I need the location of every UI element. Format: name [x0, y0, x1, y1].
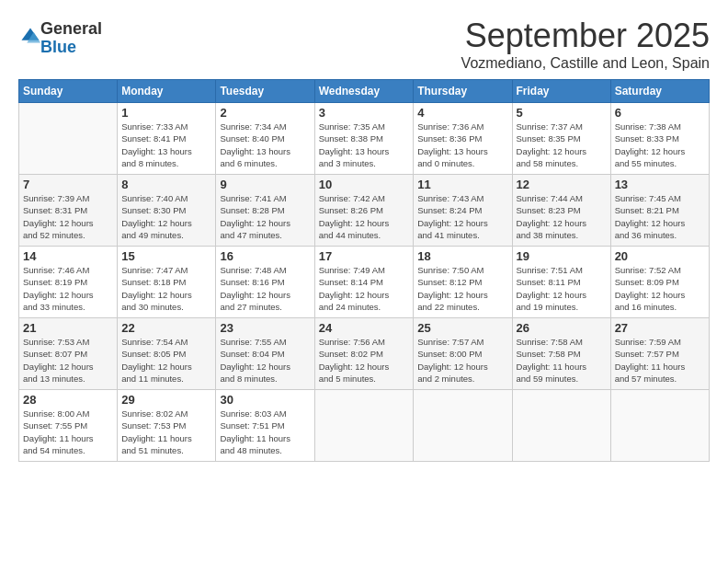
calendar-cell: 22Sunrise: 7:54 AM Sunset: 8:05 PM Dayli… [118, 318, 216, 390]
calendar-cell: 6Sunrise: 7:38 AM Sunset: 8:33 PM Daylig… [610, 103, 709, 175]
calendar-cell: 26Sunrise: 7:58 AM Sunset: 7:58 PM Dayli… [512, 318, 610, 390]
calendar-cell: 10Sunrise: 7:42 AM Sunset: 8:26 PM Dayli… [314, 175, 414, 247]
calendar-cell: 24Sunrise: 7:56 AM Sunset: 8:02 PM Dayli… [314, 318, 414, 390]
day-info: Sunrise: 7:39 AM Sunset: 8:31 PM Dayligh… [23, 192, 113, 241]
day-info: Sunrise: 7:47 AM Sunset: 8:18 PM Dayligh… [121, 264, 211, 313]
day-number: 20 [615, 249, 705, 263]
calendar-cell: 2Sunrise: 7:34 AM Sunset: 8:40 PM Daylig… [216, 103, 314, 175]
day-info: Sunrise: 7:54 AM Sunset: 8:05 PM Dayligh… [121, 336, 211, 385]
calendar-week-row-1: 1Sunrise: 7:33 AM Sunset: 8:41 PM Daylig… [19, 103, 710, 175]
day-info: Sunrise: 7:59 AM Sunset: 7:57 PM Dayligh… [615, 336, 705, 385]
calendar-cell: 5Sunrise: 7:37 AM Sunset: 8:35 PM Daylig… [512, 103, 610, 175]
day-info: Sunrise: 8:03 AM Sunset: 7:51 PM Dayligh… [220, 408, 310, 456]
day-info: Sunrise: 7:58 AM Sunset: 7:58 PM Dayligh… [517, 336, 607, 385]
day-number: 4 [417, 106, 507, 120]
header-monday: Monday [118, 80, 216, 103]
day-number: 17 [319, 249, 410, 263]
day-info: Sunrise: 7:53 AM Sunset: 8:07 PM Dayligh… [23, 336, 113, 385]
weekday-header-row: Sunday Monday Tuesday Wednesday Thursday… [19, 80, 710, 103]
day-info: Sunrise: 7:45 AM Sunset: 8:21 PM Dayligh… [615, 192, 705, 241]
day-info: Sunrise: 7:34 AM Sunset: 8:40 PM Dayligh… [220, 121, 310, 169]
day-info: Sunrise: 7:50 AM Sunset: 8:12 PM Dayligh… [417, 264, 507, 313]
day-number: 21 [23, 321, 113, 335]
header-tuesday: Tuesday [216, 80, 314, 103]
calendar-cell: 17Sunrise: 7:49 AM Sunset: 8:14 PM Dayli… [314, 247, 414, 318]
header-wednesday: Wednesday [314, 80, 414, 103]
calendar-cell: 28Sunrise: 8:00 AM Sunset: 7:55 PM Dayli… [19, 390, 118, 462]
day-info: Sunrise: 7:49 AM Sunset: 8:14 PM Dayligh… [319, 264, 410, 313]
day-info: Sunrise: 7:57 AM Sunset: 8:00 PM Dayligh… [417, 336, 507, 385]
day-info: Sunrise: 7:52 AM Sunset: 8:09 PM Dayligh… [615, 264, 705, 313]
calendar-cell: 3Sunrise: 7:35 AM Sunset: 8:38 PM Daylig… [314, 103, 414, 175]
calendar-cell: 16Sunrise: 7:48 AM Sunset: 8:16 PM Dayli… [216, 247, 314, 318]
header-saturday: Saturday [610, 80, 709, 103]
calendar-cell: 29Sunrise: 8:02 AM Sunset: 7:53 PM Dayli… [118, 390, 216, 462]
day-number: 5 [517, 106, 607, 120]
logo: General Blue [18, 20, 102, 57]
day-info: Sunrise: 7:48 AM Sunset: 8:16 PM Dayligh… [220, 264, 310, 313]
calendar-cell: 15Sunrise: 7:47 AM Sunset: 8:18 PM Dayli… [118, 247, 216, 318]
day-info: Sunrise: 7:33 AM Sunset: 8:41 PM Dayligh… [121, 121, 211, 169]
day-info: Sunrise: 7:51 AM Sunset: 8:11 PM Dayligh… [517, 264, 607, 313]
calendar-cell [610, 390, 709, 462]
day-number: 15 [121, 249, 211, 263]
day-number: 25 [417, 321, 507, 335]
day-number: 6 [615, 106, 705, 120]
calendar-cell: 25Sunrise: 7:57 AM Sunset: 8:00 PM Dayli… [414, 318, 512, 390]
calendar-cell [414, 390, 512, 462]
day-info: Sunrise: 7:36 AM Sunset: 8:36 PM Dayligh… [417, 121, 507, 169]
header: General Blue September 2025 Vozmediano, … [18, 17, 710, 72]
calendar-cell [314, 390, 414, 462]
day-number: 26 [517, 321, 607, 335]
calendar-week-row-4: 21Sunrise: 7:53 AM Sunset: 8:07 PM Dayli… [19, 318, 710, 390]
day-number: 9 [220, 178, 310, 191]
day-number: 8 [121, 178, 211, 191]
title-area: September 2025 Vozmediano, Castille and … [461, 17, 710, 72]
day-info: Sunrise: 7:56 AM Sunset: 8:02 PM Dayligh… [319, 336, 410, 385]
calendar-cell: 9Sunrise: 7:41 AM Sunset: 8:28 PM Daylig… [216, 175, 314, 247]
logo-icon [20, 27, 40, 47]
calendar-cell: 20Sunrise: 7:52 AM Sunset: 8:09 PM Dayli… [610, 247, 709, 318]
day-info: Sunrise: 8:02 AM Sunset: 7:53 PM Dayligh… [121, 408, 211, 456]
calendar-cell: 14Sunrise: 7:46 AM Sunset: 8:19 PM Dayli… [19, 247, 118, 318]
header-friday: Friday [512, 80, 610, 103]
calendar-cell: 23Sunrise: 7:55 AM Sunset: 8:04 PM Dayli… [216, 318, 314, 390]
day-number: 2 [220, 106, 310, 120]
calendar-cell [19, 103, 118, 175]
logo-blue-text: Blue [40, 38, 76, 56]
day-number: 16 [220, 249, 310, 263]
day-number: 10 [319, 178, 410, 191]
calendar-cell [512, 390, 610, 462]
day-number: 24 [319, 321, 410, 335]
month-title: September 2025 [461, 17, 710, 55]
day-number: 1 [121, 106, 211, 120]
calendar-cell: 12Sunrise: 7:44 AM Sunset: 8:23 PM Dayli… [512, 175, 610, 247]
calendar-table: Sunday Monday Tuesday Wednesday Thursday… [18, 79, 710, 462]
day-number: 14 [23, 249, 113, 263]
calendar-cell: 27Sunrise: 7:59 AM Sunset: 7:57 PM Dayli… [610, 318, 709, 390]
day-number: 30 [220, 393, 310, 407]
calendar-cell: 8Sunrise: 7:40 AM Sunset: 8:30 PM Daylig… [118, 175, 216, 247]
calendar-cell: 1Sunrise: 7:33 AM Sunset: 8:41 PM Daylig… [118, 103, 216, 175]
day-number: 12 [517, 178, 607, 191]
day-info: Sunrise: 7:55 AM Sunset: 8:04 PM Dayligh… [220, 336, 310, 385]
day-number: 28 [23, 393, 113, 407]
day-number: 19 [517, 249, 607, 263]
calendar-cell: 4Sunrise: 7:36 AM Sunset: 8:36 PM Daylig… [414, 103, 512, 175]
day-number: 23 [220, 321, 310, 335]
calendar-cell: 19Sunrise: 7:51 AM Sunset: 8:11 PM Dayli… [512, 247, 610, 318]
day-info: Sunrise: 7:46 AM Sunset: 8:19 PM Dayligh… [23, 264, 113, 313]
header-thursday: Thursday [414, 80, 512, 103]
day-info: Sunrise: 7:42 AM Sunset: 8:26 PM Dayligh… [319, 192, 410, 241]
day-info: Sunrise: 8:00 AM Sunset: 7:55 PM Dayligh… [23, 408, 113, 456]
calendar-cell: 30Sunrise: 8:03 AM Sunset: 7:51 PM Dayli… [216, 390, 314, 462]
day-number: 13 [615, 178, 705, 191]
day-number: 3 [319, 106, 410, 120]
day-number: 27 [615, 321, 705, 335]
day-info: Sunrise: 7:35 AM Sunset: 8:38 PM Dayligh… [319, 121, 410, 169]
day-number: 29 [121, 393, 211, 407]
calendar-week-row-2: 7Sunrise: 7:39 AM Sunset: 8:31 PM Daylig… [19, 175, 710, 247]
day-info: Sunrise: 7:43 AM Sunset: 8:24 PM Dayligh… [417, 192, 507, 241]
day-number: 7 [23, 178, 113, 191]
calendar-cell: 7Sunrise: 7:39 AM Sunset: 8:31 PM Daylig… [19, 175, 118, 247]
